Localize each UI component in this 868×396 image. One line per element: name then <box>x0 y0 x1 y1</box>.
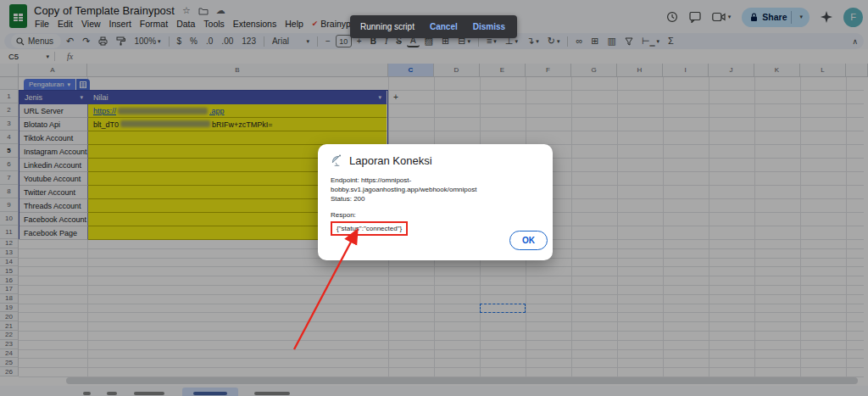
respon-value-highlight: {"status":"connected"} <box>331 221 408 236</box>
endpoint-line: Endpoint: https://omnipost-bobby.sv1.jag… <box>331 176 540 194</box>
running-script-toast: Running script Cancel Dismiss <box>350 15 517 38</box>
status-line: Status: 200 <box>331 194 540 204</box>
dismiss-button[interactable]: Dismiss <box>473 22 505 31</box>
respon-value: {"status":"connected"} <box>337 225 402 232</box>
ok-button[interactable]: OK <box>509 231 548 250</box>
toast-message: Running script <box>360 22 415 31</box>
cancel-button[interactable]: Cancel <box>430 22 458 31</box>
laporan-koneksi-dialog: Laporan Koneksi Endpoint: https://omnipo… <box>318 144 553 260</box>
satellite-dish-icon <box>331 154 343 167</box>
respon-label: Respon: <box>331 211 540 219</box>
dialog-title: Laporan Koneksi <box>349 154 432 167</box>
